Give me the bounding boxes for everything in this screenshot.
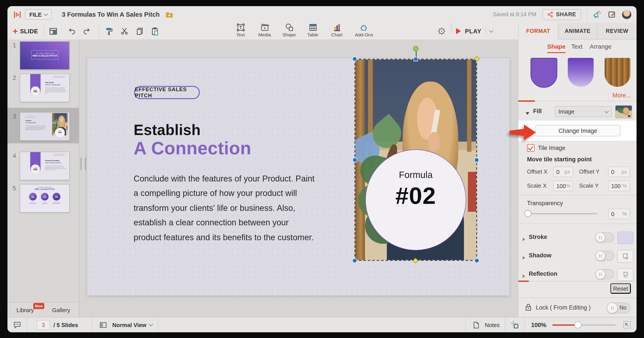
stroke-expand-icon[interactable] [523,235,525,243]
resize-handle-left[interactable] [353,158,357,162]
tile-image-row[interactable]: Tile Image [527,144,565,152]
insert-table-button[interactable]: Table [300,23,325,40]
tutorial-arrow [510,123,537,144]
feedback-icon[interactable] [606,8,618,21]
transparency-input[interactable]: 0% [608,209,630,219]
slide-body-text[interactable]: Conclude with the features of your Produ… [134,171,318,245]
tile-image-label: Tile Image [538,145,565,151]
toolbar: + SLIDE [8,23,518,40]
add-slide-button[interactable]: SLIDE [20,28,38,35]
user-avatar[interactable] [622,10,631,19]
view-mode-chevron-icon[interactable] [149,322,153,326]
layout-icon[interactable] [47,25,60,37]
shadow-expand-icon[interactable] [523,253,525,261]
stroke-toggle[interactable] [595,232,614,242]
slide-thumbnail-4[interactable]: 4 Formula #03 EFFECTIVE SALES PITCH Desc… [8,152,79,179]
notes-toggle[interactable]: Notes [485,321,500,328]
slide-thumbnail-3-selected[interactable]: 3 EFFECTIVE SALES PITCH Establish A Conn… [8,112,79,140]
copy-icon[interactable] [134,25,146,37]
fill-type-dropdown[interactable]: Image [555,106,612,117]
more-presets-link[interactable]: More... [612,92,631,99]
format-painter-icon[interactable] [103,25,115,37]
slide-thumbnail-2[interactable]: 2 Formula #01 EFFECTIVE SALES PITCH Star… [8,74,79,101]
fit-to-screen-icon[interactable] [621,319,633,331]
shape-preset-wood[interactable] [604,58,630,87]
reset-button[interactable]: Reset [610,283,631,294]
fill-collapse-icon[interactable] [526,109,529,117]
selected-image-shape[interactable]: Formula #02 [354,59,477,261]
offset-x-input[interactable]: 0px [553,167,573,177]
lock-toggle[interactable]: No [607,302,630,313]
file-menu-button[interactable]: FILE [25,9,52,20]
lock-label: Lock ( From Editing ) [536,304,591,311]
subtab-arrange[interactable]: Arrange [590,43,612,50]
slide-badge-pill[interactable]: EFFECTIVE SALES PITCH [134,86,200,99]
stroke-color-swatch[interactable] [617,231,634,244]
slide-title-line2[interactable]: A Connection [134,138,251,159]
slide-thumbnail-1[interactable]: 1 THE THREE FORMULAS TO WIN A SALES PITC… [8,41,79,69]
lock-section: Lock ( From Editing ) No [518,298,636,317]
slide-thumbnail-5[interactable]: 5 THE THREE FORMULAS TO WIN A SALES PITC… [8,184,79,212]
play-button[interactable]: PLAY [465,28,482,35]
sidebar-resize-handle[interactable] [80,158,86,170]
comments-icon[interactable] [11,319,23,331]
transparency-slider[interactable] [528,213,598,214]
tab-library[interactable]: Library New [16,307,34,313]
resize-handle-right[interactable] [474,158,479,162]
thumb-badge: EFFECTIVE SALES PITCH [26,116,35,118]
desktop: FILE 3 Formulas To Win A Sales Pitch Sav… [0,0,644,338]
resize-handle-top-left[interactable] [352,57,357,61]
tab-animate[interactable]: ANIMATE [558,23,597,39]
insert-media-button[interactable]: Media [252,23,277,40]
guides-icon[interactable] [509,319,521,331]
reflection-style-button[interactable] [617,268,634,281]
insert-addons-button[interactable]: Add-Ons [352,23,376,40]
document-title[interactable]: 3 Formulas To Win A Sales Pitch [62,11,160,18]
shadow-style-button[interactable] [617,250,634,263]
current-slide-input[interactable]: 3 [37,320,50,330]
file-menu-label: FILE [29,11,42,18]
shape-preset-solid[interactable] [530,58,557,88]
scale-x-input[interactable]: 100% [553,181,573,191]
tab-review[interactable]: REVIEW [597,23,636,39]
rotate-handle[interactable] [413,46,418,51]
resize-handle-bottom-left[interactable] [352,258,357,263]
tile-image-checkbox[interactable] [527,144,534,152]
play-options-chevron-icon[interactable] [489,28,494,33]
undo-icon[interactable] [66,25,78,37]
paste-icon[interactable] [149,25,161,37]
reflection-expand-icon[interactable] [523,272,525,280]
thumb-intro: Start off with [45,82,54,83]
resize-handle-bottom-right[interactable] [474,258,479,263]
subtab-shape[interactable]: Shape [547,43,566,50]
formula-circle: Formula #02 [365,150,466,250]
slideshow-settings-icon[interactable] [436,25,448,37]
move-to-folder-icon[interactable] [163,8,176,21]
shadow-toggle[interactable] [595,251,614,261]
zoom-slider[interactable] [552,324,616,325]
scale-y-input[interactable]: 100% [608,181,630,191]
insert-text-button[interactable]: Text [228,23,253,40]
share-button[interactable]: SHARE [542,9,581,20]
shape-preset-gradient[interactable] [568,58,594,87]
slide-title-line1[interactable]: Establish [134,121,201,139]
insert-shape-button[interactable]: Shape [277,23,302,40]
tab-format[interactable]: FORMAT [518,23,558,40]
chevron-down-icon [44,12,48,16]
view-mode-dropdown[interactable]: Normal View [112,321,146,328]
zoom-slider-knob[interactable] [574,321,581,328]
change-image-button[interactable]: Change Image [535,125,620,136]
thumb-eyebrow: THE THREE FORMULAS TO [20,187,69,188]
offset-y-input[interactable]: 0px [608,167,630,177]
insert-chart-button[interactable]: Chart [325,23,349,40]
tab-gallery[interactable]: Gallery [52,307,70,313]
app-logo-icon[interactable] [11,8,23,21]
reflection-toggle[interactable] [595,269,614,279]
redo-icon[interactable] [80,25,93,37]
cut-icon[interactable] [118,25,130,37]
fill-image-swatch[interactable] [615,105,632,118]
subtab-text[interactable]: Text [571,43,582,50]
resize-handle-top[interactable] [414,57,418,61]
transparency-slider-knob[interactable] [524,210,532,217]
announcements-icon[interactable] [591,8,603,21]
